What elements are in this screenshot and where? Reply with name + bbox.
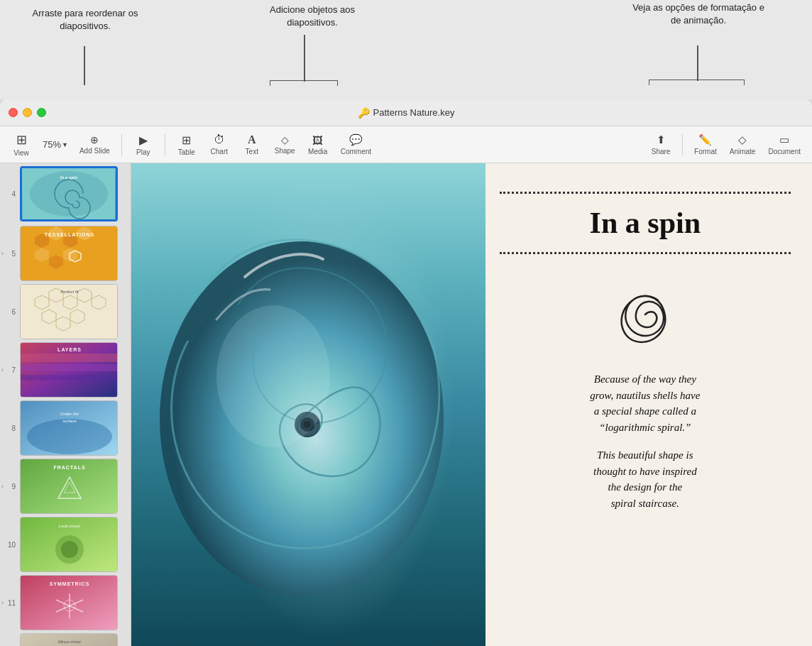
table-icon: ⊞ [182,133,191,147]
minimize-button[interactable] [23,108,32,117]
slide-item-6[interactable]: 6 P [0,283,131,341]
traffic-lights [9,108,46,117]
format-callout: Veja as opções de formatação e de animaç… [627,1,769,27]
window-title-area: 🔑 Patterns Nature.key [358,107,455,119]
slide-item-5[interactable]: › 5 TESSEL [0,224,131,283]
separator-2 [165,134,165,155]
slide-thumb-10: Look closer [20,517,118,572]
svg-text:SYMMETRICS: SYMMETRICS [50,581,90,586]
body-text-1: Because of the way theygrow, nautilus sh… [500,371,791,435]
slide-panel[interactable]: 4 In a spin › [0,163,131,646]
zoom-button[interactable]: 75%▼ 75% [37,136,74,153]
canvas-area: In a spin Because of the way theygrow, n… [131,163,812,646]
slide-title: In a spin [500,207,791,239]
share-button[interactable]: ⬆ Share [645,131,676,158]
window-title: Patterns Nature.key [373,107,455,118]
slide-item-4[interactable]: 4 In a spin [0,163,131,224]
add-slide-icon: ⊕ [90,134,99,146]
slide-item-8[interactable]: 8 Under the [0,399,131,457]
nautilus-image [131,163,485,646]
svg-text:LAYERS: LAYERS [57,347,82,352]
format-icon: ✏️ [698,133,712,146]
separator-1 [121,134,122,155]
view-button[interactable]: ⊞ View [6,129,37,160]
document-button[interactable]: ▭ Document [762,131,806,158]
text-icon: A [248,133,256,146]
document-icon: ▭ [779,133,789,146]
media-icon: 🖼 [312,134,323,146]
slide-thumb-11: SYMMETRICS [20,575,118,630]
shape-button[interactable]: ◇ Shape [269,131,301,158]
add-callout: Adicione objetos aos diapositivos. [256,4,369,29]
comment-icon: 💬 [349,133,363,146]
file-icon: 🔑 [358,107,370,119]
svg-rect-25 [21,364,118,371]
callout-area: Arraste para reordenar os diapositivos. … [0,0,812,99]
view-icon: ⊞ [16,132,27,148]
view-group: ⊞ View 75%▼ 75% ⊕ Add Slide [6,129,116,160]
animate-icon: ◇ [738,133,747,146]
bottom-dotted-line [500,252,791,254]
slide-thumb-12: Minus minor [20,633,118,646]
svg-point-56 [216,305,330,447]
slide-thumb-9: FRACTALS [20,459,118,514]
app-window: 🔑 Patterns Nature.key ⊞ View 75%▼ 75% ⊕ … [0,99,812,646]
toolbar: ⊞ View 75%▼ 75% ⊕ Add Slide ▶ Play ⊞ Tab… [0,126,812,163]
fullscreen-button[interactable] [37,108,46,117]
svg-text:Look closer: Look closer [59,524,82,528]
slide-item-12[interactable]: 12 [0,632,131,646]
slide-item-7[interactable]: › 7 [0,341,131,399]
slide-item-9[interactable]: › 9 [0,457,131,515]
chart-icon: ⏱ [214,133,225,146]
spiral-illustration [500,272,791,357]
chart-button[interactable]: ⏱ Chart [204,131,235,158]
comment-button[interactable]: 💬 Comment [335,131,377,158]
svg-point-29 [27,419,112,454]
svg-text:FRACTALS: FRACTALS [53,465,85,470]
svg-text:Perfect fit: Perfect fit [60,290,79,294]
svg-rect-26 [21,375,118,381]
svg-point-38 [61,541,78,558]
main-area: 4 In a spin › [0,163,812,646]
svg-text:Under the: Under the [60,412,79,416]
top-dotted-line [500,192,791,194]
table-button[interactable]: ⊞ Table [171,131,202,159]
text-button[interactable]: A Text [236,131,268,158]
body-text-2: This beautiful shape isthought to have i… [500,447,791,511]
close-button[interactable] [9,108,18,117]
zoom-icon: 75%▼ [43,139,68,150]
svg-text:surface: surface [62,419,77,423]
slide-content: In a spin Because of the way theygrow, n… [485,163,812,646]
slide-canvas: In a spin Because of the way theygrow, n… [131,163,812,646]
share-icon: ⬆ [657,133,666,146]
drag-callout: Arraste para reordenar os diapositivos. [28,7,142,33]
svg-text:Minus minor: Minus minor [58,640,82,644]
play-button[interactable]: ▶ Play [128,131,159,159]
slide-thumb-5: TESSELLATIONS [20,226,118,281]
slide-item-10[interactable]: 10 Loo [0,515,131,574]
format-button[interactable]: ✏️ Format [688,131,723,158]
slide-thumb-4: In a spin [20,166,118,221]
add-slide-button[interactable]: ⊕ Add Slide [74,131,116,158]
slide-thumb-6: Perfect fit [20,284,118,339]
animate-button[interactable]: ◇ Animate [724,131,762,158]
svg-text:In a spin: In a spin [60,175,78,180]
slide-thumb-8: Under the surface [20,400,118,456]
slide-item-11[interactable]: › 11 [0,574,131,632]
svg-text:TESSELLATIONS: TESSELLATIONS [45,232,94,237]
titlebar: 🔑 Patterns Nature.key [0,99,812,126]
svg-rect-24 [21,354,118,362]
slide-thumb-7: LAYERS [20,342,118,398]
play-icon: ▶ [139,133,148,147]
shape-icon: ◇ [281,134,289,146]
media-button[interactable]: 🖼 Media [302,131,334,158]
separator-3 [682,134,683,155]
